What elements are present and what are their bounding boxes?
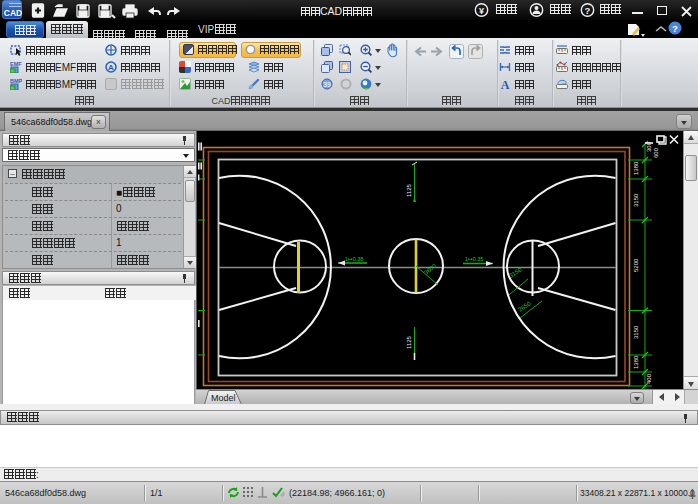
svg-text:400: 400 — [646, 373, 652, 384]
svg-text:BMP: BMP — [10, 78, 22, 84]
svg-text:1125: 1125 — [406, 183, 412, 197]
svg-text:1380: 1380 — [633, 355, 639, 369]
svg-text:1↦0.38: 1↦0.38 — [345, 256, 363, 262]
svg-text:600: 600 — [653, 147, 659, 158]
svg-text:1125: 1125 — [406, 335, 412, 349]
svg-text:3150: 3150 — [633, 193, 639, 207]
svg-text:?: ? — [585, 5, 591, 16]
svg-text:3150: 3150 — [633, 325, 639, 339]
svg-text:5200: 5200 — [633, 258, 639, 272]
svg-text:?: ? — [672, 23, 678, 34]
svg-text:1380: 1380 — [633, 161, 639, 175]
svg-text:EMF: EMF — [10, 61, 22, 67]
svg-text:Model: Model — [211, 393, 236, 403]
svg-text:A: A — [501, 78, 510, 90]
svg-text:39: 39 — [323, 81, 331, 88]
svg-text:1↦0.35: 1↦0.35 — [465, 256, 483, 262]
svg-text:A: A — [108, 63, 114, 72]
svg-text:¥: ¥ — [479, 6, 484, 16]
